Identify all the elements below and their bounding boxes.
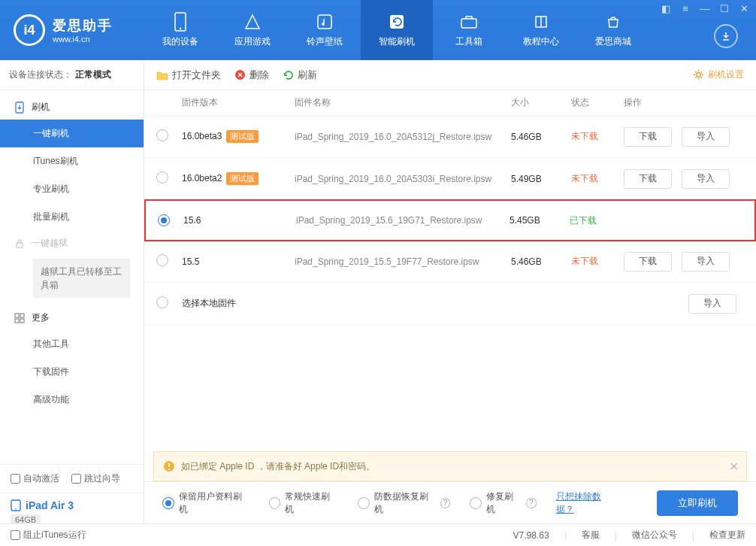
- radio-button-icon[interactable]: [156, 254, 168, 266]
- connection-status: 设备连接状态：正常模式: [0, 60, 144, 90]
- tablet-icon: [11, 499, 21, 511]
- refresh-button[interactable]: 刷新: [283, 68, 317, 82]
- svg-rect-7: [17, 243, 23, 247]
- svg-rect-11: [20, 319, 24, 323]
- appleid-notice: 如已绑定 Apple ID ，请准备好 Apple ID和密码。 ✕: [153, 451, 747, 481]
- sidebar-item-batch-flash[interactable]: 批量刷机: [0, 203, 144, 231]
- window-controls: ◧ ≡ — ☐ ✕: [660, 3, 750, 14]
- refresh-icon: [283, 69, 294, 80]
- import-button[interactable]: 导入: [682, 169, 730, 189]
- book-icon: [532, 13, 550, 31]
- flash-opt-keep-data[interactable]: 保留用户资料刷机: [162, 490, 249, 516]
- wechat-link[interactable]: 微信公众号: [632, 529, 677, 541]
- skin-icon[interactable]: ◧: [660, 3, 672, 14]
- sidebar-item-other-tools[interactable]: 其他工具: [0, 330, 144, 358]
- sidebar-item-download-fw[interactable]: 下载固件: [0, 358, 144, 386]
- firmware-table-header: 固件版本 固件名称 大小 状态 操作: [144, 90, 756, 116]
- firmware-row[interactable]: 16.0beta2测试版 iPad_Spring_2019_16.0_20A53…: [144, 158, 756, 200]
- menu-icon[interactable]: ≡: [679, 3, 691, 14]
- app-url: www.i4.cn: [53, 35, 113, 44]
- svg-point-15: [697, 73, 701, 77]
- nav-store[interactable]: 爱思商城: [577, 0, 649, 60]
- sidebar-group-more[interactable]: 更多: [0, 305, 144, 330]
- download-manager-button[interactable]: [714, 24, 738, 48]
- folder-icon: [156, 70, 168, 80]
- main-panel: 打开文件夹 删除 刷新 刷机设置 固件版本 固件名称 大小 状态 操作: [144, 60, 756, 546]
- sidebar-item-advanced[interactable]: 高级功能: [0, 386, 144, 414]
- sidebar-group-flash[interactable]: 刷机: [0, 95, 144, 120]
- nav-my-device[interactable]: 我的设备: [144, 0, 216, 60]
- left-panel: 设备连接状态：正常模式 刷机 一键刷机 iTunes刷机 专业刷机 批量刷机 一…: [0, 60, 144, 546]
- toolbox-icon: [460, 13, 478, 31]
- nav-flash[interactable]: 智能刷机: [361, 0, 433, 60]
- app-title: 爱思助手: [53, 17, 113, 35]
- flash-icon: [388, 13, 406, 31]
- import-button[interactable]: 导入: [682, 252, 730, 271]
- radio-button-icon[interactable]: [156, 129, 168, 141]
- flash-options-bar: 保留用户资料刷机 常规快速刷机 防数据恢复刷机 ? 修复刷机 ? 只想抹除数据？…: [144, 481, 756, 523]
- flash-settings-button[interactable]: 刷机设置: [693, 68, 744, 81]
- auto-activate-checkbox[interactable]: 自动激活: [11, 472, 59, 485]
- flash-now-button[interactable]: 立即刷机: [657, 490, 738, 516]
- svg-point-3: [322, 23, 325, 26]
- delete-icon: [234, 69, 246, 80]
- nav-ringtones[interactable]: 铃声壁纸: [289, 0, 361, 60]
- open-folder-button[interactable]: 打开文件夹: [156, 68, 221, 82]
- nav-apps[interactable]: 应用游戏: [216, 0, 289, 60]
- music-icon: [316, 13, 334, 31]
- sidebar-item-itunes-flash[interactable]: iTunes刷机: [0, 147, 144, 175]
- download-button[interactable]: 下载: [624, 252, 672, 271]
- svg-rect-9: [20, 314, 24, 317]
- flash-opt-normal[interactable]: 常规快速刷机: [269, 490, 338, 516]
- firmware-row-local[interactable]: 选择本地固件 导入: [144, 283, 756, 325]
- check-update-link[interactable]: 检查更新: [709, 529, 745, 541]
- radio-button-icon[interactable]: [156, 171, 168, 184]
- svg-point-17: [168, 469, 170, 470]
- erase-data-link[interactable]: 只想抹除数据？: [556, 490, 618, 516]
- firmware-row-selected[interactable]: 15.6 iPad_Spring_2019_15.6_19G71_Restore…: [144, 199, 756, 241]
- beta-badge: 测试版: [226, 172, 259, 185]
- customer-service-link[interactable]: 客服: [582, 529, 600, 541]
- toolbar: 打开文件夹 删除 刷新 刷机设置: [144, 60, 756, 90]
- radio-button-icon: [470, 497, 482, 509]
- nav-tutorials[interactable]: 教程中心: [505, 0, 577, 60]
- firmware-table-body: 16.0beta3测试版 iPad_Spring_2019_16.0_20A53…: [144, 116, 756, 325]
- firmware-row[interactable]: 15.5 iPad_Spring_2019_15.5_19F77_Restore…: [144, 241, 756, 283]
- block-itunes-checkbox[interactable]: 阻止iTunes运行: [11, 529, 86, 541]
- sidebar-group-jailbreak[interactable]: 一键越狱: [0, 231, 144, 256]
- svg-rect-8: [15, 314, 19, 317]
- top-nav: 我的设备 应用游戏 铃声壁纸 智能刷机 工具箱 教程中心 爱思商城: [144, 0, 649, 60]
- more-grid-icon: [14, 312, 26, 324]
- notice-close-icon[interactable]: ✕: [729, 460, 739, 474]
- radio-button-icon[interactable]: [158, 214, 170, 226]
- device-icon: [171, 13, 189, 31]
- radio-button-icon[interactable]: [156, 296, 168, 308]
- lock-icon: [14, 238, 26, 250]
- app-header: i4 爱思助手 www.i4.cn 我的设备 应用游戏 铃声壁纸 智能刷机 工具…: [0, 0, 756, 60]
- nav-tools[interactable]: 工具箱: [433, 0, 505, 60]
- flash-opt-antirecovery[interactable]: 防数据恢复刷机 ?: [358, 490, 451, 516]
- delete-button[interactable]: 删除: [234, 68, 269, 82]
- import-button[interactable]: 导入: [682, 127, 730, 147]
- sidebar-item-pro-flash[interactable]: 专业刷机: [0, 175, 144, 203]
- download-button[interactable]: 下载: [624, 169, 672, 189]
- download-button[interactable]: 下载: [624, 127, 672, 147]
- close-icon[interactable]: ✕: [738, 3, 750, 14]
- firmware-row[interactable]: 16.0beta3测试版 iPad_Spring_2019_16.0_20A53…: [144, 116, 756, 158]
- help-icon[interactable]: ?: [526, 498, 537, 508]
- store-icon: [604, 13, 622, 31]
- radio-button-icon: [358, 497, 370, 509]
- svg-point-13: [15, 508, 17, 510]
- phone-arrow-icon: [14, 102, 26, 114]
- jailbreak-moved-note: 越狱工具已转移至工具箱: [33, 259, 130, 298]
- help-icon[interactable]: ?: [440, 498, 451, 508]
- flash-opt-repair[interactable]: 修复刷机 ?: [470, 490, 536, 516]
- gear-icon: [693, 69, 704, 80]
- minimize-icon[interactable]: —: [699, 3, 711, 14]
- maximize-icon[interactable]: ☐: [718, 3, 730, 14]
- skip-guide-checkbox[interactable]: 跳过向导: [71, 472, 120, 485]
- import-button[interactable]: 导入: [688, 294, 736, 314]
- sidebar-item-onekey-flash[interactable]: 一键刷机: [0, 120, 144, 147]
- svg-rect-5: [461, 19, 476, 28]
- warning-icon: [163, 460, 175, 472]
